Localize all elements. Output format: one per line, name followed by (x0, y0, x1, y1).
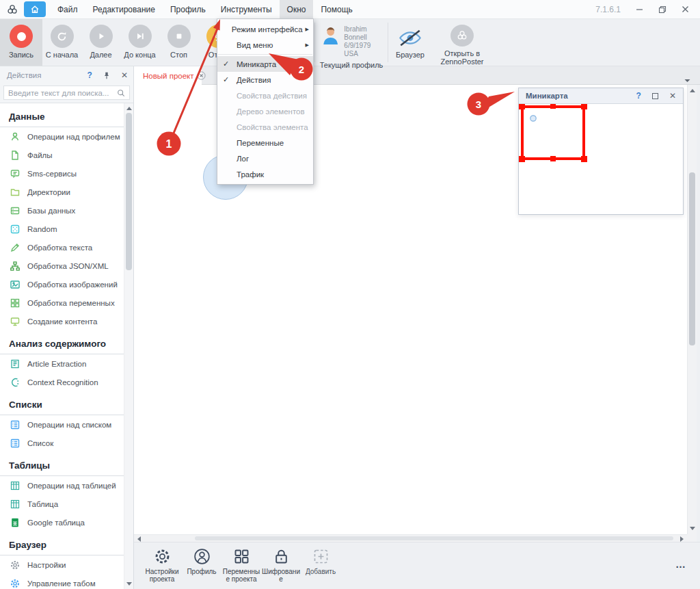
current-profile-button[interactable]: Ibrahim Bonnell 6/9/1979 USA Текущий про… (315, 19, 388, 66)
sidebar-item-variables-processing[interactable]: Обработка переменных (0, 293, 124, 312)
menu-help[interactable]: Помощь (313, 0, 360, 18)
sidebar-item-text-processing[interactable]: Обработка текста (0, 238, 124, 257)
sidebar-item-google-sheet[interactable]: Google таблица (0, 513, 124, 532)
minimap-body[interactable] (519, 104, 683, 214)
sidebar-item-list-ops[interactable]: Операции над списком (0, 415, 124, 434)
profile-country: USA (344, 50, 388, 58)
menu-tools[interactable]: Инструменты (213, 0, 280, 18)
restore-button[interactable] (658, 5, 667, 14)
tree-icon (10, 261, 21, 272)
section-header-data: Данные (0, 103, 124, 127)
sidebar-item-table[interactable]: Таблица (0, 495, 124, 513)
tab-new-project[interactable]: Новый проект (134, 66, 202, 85)
sidebar-item-json-xml[interactable]: Обработка JSON/XML (0, 257, 124, 275)
minimize-button[interactable] (636, 5, 643, 13)
project-settings-button[interactable]: Настройки проекта (142, 547, 182, 583)
menu-item-interface-mode[interactable]: Режим интерфейса ▶ (217, 21, 313, 37)
to-end-button[interactable]: До конца (120, 19, 159, 66)
close-panel-icon[interactable]: ✕ (669, 91, 676, 101)
scroll-down-icon[interactable] (126, 582, 132, 586)
close-panel-icon[interactable]: ✕ (121, 70, 128, 80)
scroll-up-icon[interactable] (126, 107, 132, 110)
lock-icon (272, 547, 291, 566)
search-input[interactable] (8, 89, 117, 97)
menu-item-variables[interactable]: Переменные (217, 135, 313, 150)
menu-file[interactable]: Файл (50, 0, 85, 18)
sidebar-item-list[interactable]: Список (0, 434, 124, 452)
profile-button[interactable]: Профиль (182, 547, 221, 575)
maximize-icon[interactable] (652, 93, 658, 99)
next-button[interactable]: Далее (81, 19, 120, 66)
sidebar-item-table-ops[interactable]: Операции над таблицей (0, 476, 124, 495)
sidebar-item-files[interactable]: Файлы (0, 146, 124, 164)
menu-item-traffic[interactable]: Трафик (217, 166, 313, 182)
tab-close-icon[interactable] (197, 71, 206, 80)
scroll-left-icon[interactable] (137, 536, 141, 542)
menu-item-minimap[interactable]: ✓ Миникарта (217, 56, 313, 72)
sidebar-item-content-creation[interactable]: Создание контента (0, 312, 124, 330)
sidebar-item-profile-ops[interactable]: Операции над профилем (0, 127, 124, 146)
canvas-vertical-scrollbar[interactable] (687, 85, 697, 534)
minimap-header[interactable]: Миникарта ? ✕ (519, 88, 683, 104)
menu-item-actions[interactable]: ✓ Действия (217, 72, 313, 88)
minimap-title: Миникарта (526, 92, 568, 100)
scroll-down-icon[interactable] (690, 527, 695, 530)
pin-icon[interactable] (103, 71, 111, 80)
open-in-zennoposter-button[interactable]: Открыть в ZennoPoster (432, 19, 492, 66)
scrollbar-thumb[interactable] (689, 172, 695, 345)
tab-list-dropdown-icon[interactable] (684, 73, 690, 86)
menu-item-label: Вид меню (237, 41, 303, 49)
sidebar-scrollbar[interactable] (124, 103, 133, 589)
open-in-line2: ZennoPoster (441, 57, 484, 66)
menu-window[interactable]: Окно (280, 0, 314, 18)
more-options-button[interactable]: … (675, 558, 686, 570)
canvas-horizontal-scrollbar[interactable] (134, 534, 687, 542)
menu-item-action-properties[interactable]: Свойства действия (217, 88, 313, 103)
menu-item-element-tree[interactable]: Дерево элементов (217, 103, 313, 119)
profile-info: Ibrahim Bonnell 6/9/1979 USA (321, 25, 388, 58)
close-button[interactable] (682, 5, 689, 13)
sidebar-item-article-extraction[interactable]: Article Extraction (0, 354, 124, 373)
sidebar-item-image-processing[interactable]: Обработка изображений (0, 275, 124, 293)
help-icon[interactable]: ? (88, 70, 92, 80)
open-in-label: Открыть в ZennoPoster (441, 49, 484, 66)
menu-item-element-properties[interactable]: Свойства элемента (217, 119, 313, 135)
sidebar-item-databases[interactable]: Базы данных (0, 201, 124, 220)
sidebar-item-settings[interactable]: Настройки (0, 555, 124, 574)
actions-panel-header: Действия ? ✕ (0, 66, 133, 84)
menu-item-menu-view[interactable]: Вид меню ▶ (217, 37, 313, 53)
sidebar-item-tab-management[interactable]: Управление табом (0, 574, 124, 589)
sidebar-item-context-recognition[interactable]: Context Recognition (0, 373, 124, 391)
person-icon (10, 131, 21, 142)
sidebar-item-directories[interactable]: Директории (0, 183, 124, 201)
scroll-right-icon[interactable] (680, 536, 684, 542)
table-icon (10, 480, 21, 491)
add-dashed-icon (312, 547, 330, 566)
browser-toggle-button[interactable]: Браузер (388, 19, 432, 66)
menu-item-log[interactable]: Лог (217, 150, 313, 166)
minimap-viewport-indicator[interactable] (519, 104, 684, 214)
menu-edit[interactable]: Редактирование (85, 0, 163, 18)
restart-button[interactable]: С начала (42, 19, 81, 66)
project-variables-button[interactable]: Переменные проекта (221, 547, 261, 583)
restart-icon (51, 25, 74, 48)
scroll-up-icon[interactable] (690, 89, 695, 92)
scrollbar-thumb[interactable] (195, 536, 673, 540)
file-icon (10, 150, 21, 161)
add-button[interactable]: Добавить (301, 547, 340, 575)
encryption-button[interactable]: Шифрование (261, 547, 301, 583)
sidebar-item-sms[interactable]: Sms-сервисы (0, 164, 124, 183)
titlebar: Файл Редактирование Профиль Инструменты … (0, 0, 700, 19)
sidebar-item-random[interactable]: Random (0, 220, 124, 238)
window-menu-dropdown: Режим интерфейса ▶ Вид меню ▶ ✓ Миникарт… (217, 18, 314, 185)
home-button[interactable] (24, 1, 46, 17)
sidebar-item-label: Список (27, 439, 53, 447)
menu-item-label: Режим интерфейса (232, 25, 303, 34)
stop-button[interactable]: Стоп (159, 19, 198, 66)
help-icon[interactable]: ? (636, 91, 641, 101)
actions-list: Данные Операции над профилем Файлы Sms-с… (0, 103, 133, 589)
record-button[interactable]: Запись (0, 19, 42, 66)
menu-profile[interactable]: Профиль (163, 0, 213, 18)
image-icon (10, 279, 21, 290)
scrollbar-thumb[interactable] (126, 113, 132, 270)
